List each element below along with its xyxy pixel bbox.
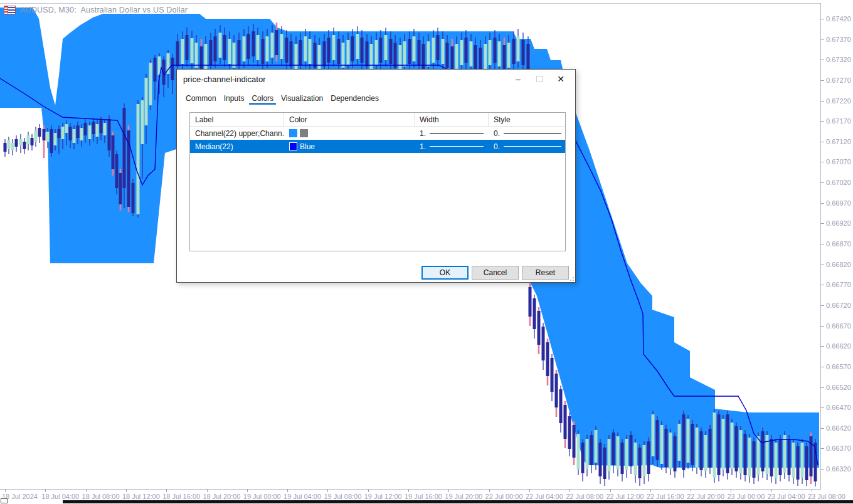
chart-top-border	[0, 3, 820, 4]
price-axis-label: 0.66470	[826, 404, 851, 411]
candle	[19, 134, 23, 153]
tab-inputs[interactable]: Inputs	[221, 92, 247, 105]
price-tick	[820, 367, 824, 367]
time-tick	[529, 489, 530, 492]
candle	[590, 431, 593, 473]
price-tick	[820, 346, 824, 347]
column-header-label[interactable]: Label	[190, 113, 284, 126]
dialog-titlebar[interactable]: price-channel-indicator – ✕	[177, 70, 575, 88]
candle	[23, 138, 26, 154]
candle	[34, 127, 38, 147]
time-axis-label: 18 Jul 04:00	[41, 493, 79, 500]
table-row-channel[interactable]: Channel(22) upper;Chann... 1. 0.	[190, 127, 565, 140]
candle	[766, 431, 769, 480]
column-header-color[interactable]: Color	[284, 113, 415, 126]
candle	[687, 415, 690, 469]
price-tick	[820, 39, 824, 40]
candle	[678, 420, 681, 467]
row-width-cell[interactable]: 1.	[415, 127, 489, 140]
candle	[115, 150, 119, 194]
candle	[647, 438, 650, 481]
candle	[696, 424, 699, 474]
candle	[38, 124, 41, 143]
price-tick	[820, 121, 824, 122]
color-swatch-gray[interactable]	[300, 129, 308, 137]
icon-right-cell	[8, 6, 15, 14]
style-line-sample	[504, 146, 561, 147]
tab-common[interactable]: Common	[183, 92, 219, 105]
time-tick	[207, 489, 208, 492]
candle	[137, 100, 140, 218]
time-axis-label: 19 Jul 20:00	[445, 493, 482, 500]
price-axis-label: 0.66570	[826, 363, 851, 370]
time-tick	[368, 489, 369, 492]
dialog-buttons: OK Cancel Reset	[177, 266, 575, 280]
candle	[726, 411, 729, 480]
candle	[665, 425, 668, 473]
row-width-cell[interactable]: 1.	[415, 140, 489, 153]
price-tick	[820, 387, 824, 388]
price-axis-label: 0.66420	[826, 424, 851, 432]
candle	[542, 323, 545, 370]
time-axis-label: 23 Jul 00:00	[727, 493, 765, 500]
candle	[704, 431, 707, 478]
resize-grip-icon[interactable]	[568, 275, 574, 281]
candle	[573, 421, 576, 465]
time-tick	[287, 489, 288, 492]
maximize-button	[529, 71, 550, 87]
width-line-sample	[430, 133, 484, 134]
price-tick	[820, 469, 824, 470]
candle	[643, 441, 646, 484]
time-tick	[691, 489, 691, 492]
price-tick	[820, 244, 824, 244]
candle	[27, 132, 30, 150]
price-tick	[820, 428, 824, 429]
color-swatch-median-blue[interactable]	[289, 142, 297, 150]
price-tick	[820, 182, 824, 183]
ok-button[interactable]: OK	[421, 266, 469, 280]
price-axis-line	[820, 3, 821, 489]
price-tick	[820, 19, 824, 19]
column-header-width[interactable]: Width	[415, 113, 489, 126]
candle	[700, 428, 703, 476]
row-style-cell[interactable]: 0.	[489, 140, 565, 153]
time-axis-label: 19 Jul 08:00	[324, 493, 361, 500]
price-axis-label: 0.67120	[826, 138, 851, 145]
candle	[739, 426, 743, 480]
candle	[568, 412, 571, 456]
price-tick	[820, 326, 824, 327]
cancel-button[interactable]: Cancel	[472, 266, 519, 280]
minimize-button[interactable]: –	[507, 71, 529, 87]
candle	[709, 425, 712, 474]
price-axis-label: 0.67070	[826, 158, 851, 165]
candle	[713, 409, 716, 483]
style-value: 0.	[494, 129, 500, 138]
time-tick	[5, 489, 6, 492]
close-button[interactable]: ✕	[550, 71, 571, 87]
candle	[805, 443, 808, 486]
candle	[11, 139, 14, 155]
candle	[761, 428, 765, 478]
candle	[792, 439, 795, 484]
column-header-style[interactable]: Style	[489, 113, 565, 126]
time-axis-label: 22 Jul 16:00	[647, 493, 684, 500]
tab-colors[interactable]: Colors	[249, 92, 276, 105]
tab-dependencies[interactable]: Dependencies	[328, 92, 381, 105]
candle	[674, 433, 677, 478]
candle	[753, 438, 756, 484]
table-row-median[interactable]: Median(22) Blue 1. 0.	[190, 140, 565, 153]
price-axis-label: 0.66770	[826, 281, 851, 288]
reset-button[interactable]: Reset	[522, 266, 569, 280]
candle	[529, 283, 532, 326]
candle	[744, 430, 747, 481]
price-axis-label: 0.66970	[826, 199, 851, 207]
candle	[660, 421, 664, 470]
price-axis-label: 0.66920	[826, 219, 851, 227]
tab-visualization[interactable]: Visualization	[278, 92, 326, 105]
color-swatch-blue[interactable]	[289, 129, 297, 137]
candle	[132, 179, 135, 216]
row-color-cell[interactable]	[284, 127, 415, 140]
candle	[586, 435, 589, 476]
row-color-cell[interactable]: Blue	[284, 140, 415, 153]
row-style-cell[interactable]: 0.	[489, 127, 565, 140]
